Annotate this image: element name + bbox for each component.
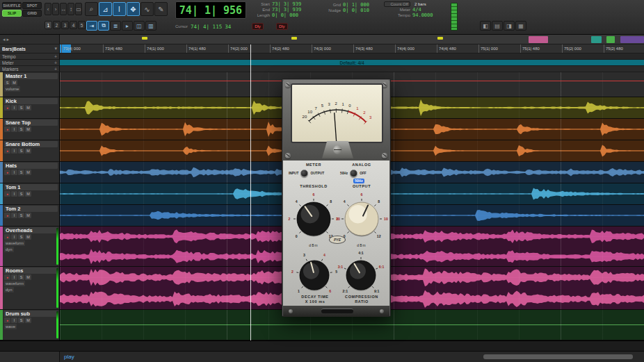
delay-compensation-indicator[interactable]: Dly [276, 23, 288, 30]
track-view-selector[interactable]: volume [4, 86, 20, 92]
track-header-drum-sub[interactable]: Drum sub●ISMwave [0, 310, 60, 340]
add-tempo-icon[interactable]: + [54, 54, 57, 59]
mute-button[interactable]: M [25, 274, 31, 280]
track-name[interactable]: Tom 2 [4, 206, 58, 212]
track-view-selector[interactable]: waveform [4, 240, 25, 246]
selector-tool[interactable]: I [113, 2, 126, 16]
grid-value[interactable]: 0| 1| 000 [343, 2, 369, 8]
grabber-tool[interactable]: ✥ [127, 2, 140, 16]
link-track-edit-icon[interactable]: ≣ [110, 21, 121, 31]
track-name[interactable]: Drum sub [4, 311, 58, 317]
zoom-preset-3[interactable]: 3 [61, 21, 69, 29]
length-value[interactable]: 0| 0| 000 [272, 13, 298, 18]
zoom-horizontal-icon[interactable]: ↔ [60, 3, 67, 15]
track-header-master-1[interactable]: Master 1SMvolume [0, 72, 60, 97]
nudge-value[interactable]: 0| 0| 010 [343, 8, 369, 13]
edit-mode-spot[interactable]: SPOT [22, 2, 42, 9]
rec-button[interactable]: ● [4, 105, 10, 110]
track-list-icon[interactable]: ◨ [504, 21, 515, 31]
tempo-ruler[interactable] [60, 54, 644, 60]
input-button[interactable]: I [11, 191, 17, 197]
solo-button[interactable]: S [18, 191, 24, 197]
input-button[interactable]: I [11, 148, 17, 154]
horizontal-scrollbar-thumb[interactable] [483, 354, 633, 359]
edit-mode-slip[interactable]: SLIP [2, 10, 22, 17]
bars-ruler-header[interactable]: Bars|Beats▾ [0, 44, 60, 54]
markers-ruler-header[interactable]: Markers+ [0, 66, 60, 72]
zoom-out-icon[interactable]: ‹ [45, 3, 51, 15]
rec-button[interactable]: ● [4, 170, 10, 175]
zoom-audio-icon[interactable]: ▭ [75, 3, 82, 15]
meter-ruler[interactable]: Default: 4/4 [60, 60, 644, 66]
solo-button[interactable]: S [18, 105, 24, 110]
compressor-plugin-window[interactable]: 2010753210123 METER ANALOG INPUT OUTPUT … [282, 79, 391, 317]
zoom-preset-5[interactable]: 5 [78, 21, 86, 29]
mute-button[interactable]: M [25, 213, 31, 218]
scroll-left-icon[interactable]: ◂ [3, 37, 6, 42]
input-button[interactable]: I [11, 170, 17, 175]
start-value[interactable]: 73| 3| 939 [272, 1, 301, 7]
mute-button[interactable]: M [25, 318, 31, 323]
meter-source-switch[interactable] [300, 170, 308, 177]
track-view-selector[interactable]: dyn [4, 287, 14, 293]
track-view-selector[interactable]: waveform [4, 281, 25, 286]
track-header-kick[interactable]: Kick●ISM [0, 97, 60, 119]
mute-button[interactable]: M [25, 234, 31, 240]
link-timeline-edit-icon[interactable]: ⧉ [98, 21, 109, 31]
chevron-down-icon[interactable]: ▾ [54, 46, 57, 51]
track-header-snare-bottom[interactable]: Snare Bottom●ISM [0, 140, 60, 162]
solo-button[interactable]: S [18, 213, 24, 218]
automation-follows-edit-icon[interactable]: ▥ [145, 21, 156, 31]
track-header-snare-top[interactable]: Snare Top●ISM [0, 119, 60, 140]
pencil-tool[interactable]: ✎ [154, 2, 168, 16]
input-button[interactable]: I [11, 274, 17, 280]
track-header-hats[interactable]: Hats●ISM [0, 162, 60, 183]
input-button[interactable]: I [11, 234, 17, 240]
track-header-overheads[interactable]: Overheads●ISMwaveformdyn [0, 227, 60, 267]
track-header-tom-2[interactable]: Tom 2●ISM [0, 205, 60, 227]
solo-button[interactable]: S [18, 170, 24, 175]
mute-button[interactable]: M [11, 80, 17, 85]
delay-compensation-indicator[interactable]: Dly [252, 23, 264, 30]
mute-button[interactable]: M [25, 191, 31, 197]
track-header-tom-1[interactable]: Tom 1●ISM [0, 183, 60, 205]
clip-list-icon[interactable]: ▦ [515, 21, 526, 31]
input-button[interactable]: I [11, 318, 17, 323]
rec-button[interactable]: ● [4, 126, 10, 132]
tempo-ruler-header[interactable]: Tempo+ [0, 54, 60, 60]
solo-button[interactable]: S [4, 80, 10, 85]
markers-ruler[interactable] [60, 66, 644, 72]
solo-button[interactable]: S [18, 126, 24, 132]
mirrored-midi-icon[interactable]: ◫ [134, 21, 145, 31]
track-name[interactable]: Rooms [4, 268, 58, 274]
input-button[interactable]: I [11, 126, 17, 132]
track-name[interactable]: Hats [4, 163, 58, 169]
track-name[interactable]: Tom 1 [4, 184, 58, 190]
track-name[interactable]: Overheads [4, 227, 58, 233]
track-name[interactable]: Snare Top [4, 120, 58, 126]
edit-mode-grid[interactable]: GRID [22, 10, 42, 17]
solo-button[interactable]: S [18, 148, 24, 154]
rec-button[interactable]: ● [4, 318, 10, 323]
mute-button[interactable]: M [25, 105, 31, 110]
solo-button[interactable]: S [18, 274, 24, 280]
scrubber-tool[interactable]: ∿ [140, 2, 154, 16]
rec-button[interactable]: ● [4, 191, 10, 197]
meter-value[interactable]: 4/4 [412, 7, 421, 13]
zoom-preset-1[interactable]: 1 [45, 21, 52, 29]
tab-to-transient-icon[interactable]: ⇥ [86, 21, 97, 31]
input-button[interactable]: I [11, 105, 17, 110]
add-marker-icon[interactable]: + [54, 67, 57, 72]
meter-ruler-header[interactable]: Meter+ [0, 60, 60, 66]
mute-button[interactable]: M [25, 126, 31, 132]
rec-button[interactable]: ● [4, 234, 10, 240]
mute-button[interactable]: M [25, 148, 31, 154]
ruler-views-icon[interactable]: ▤ [492, 21, 503, 31]
end-value[interactable]: 73| 3| 939 [272, 7, 301, 13]
trim-tool[interactable]: ⊿ [99, 2, 112, 16]
input-button[interactable]: I [11, 213, 17, 218]
edit-mode-shuffle[interactable]: SHUFFLE [2, 2, 22, 9]
zoom-in-icon[interactable]: › [52, 3, 59, 15]
main-counter[interactable]: 74| 1| 956 [175, 1, 246, 19]
rec-button[interactable]: ● [4, 274, 10, 280]
